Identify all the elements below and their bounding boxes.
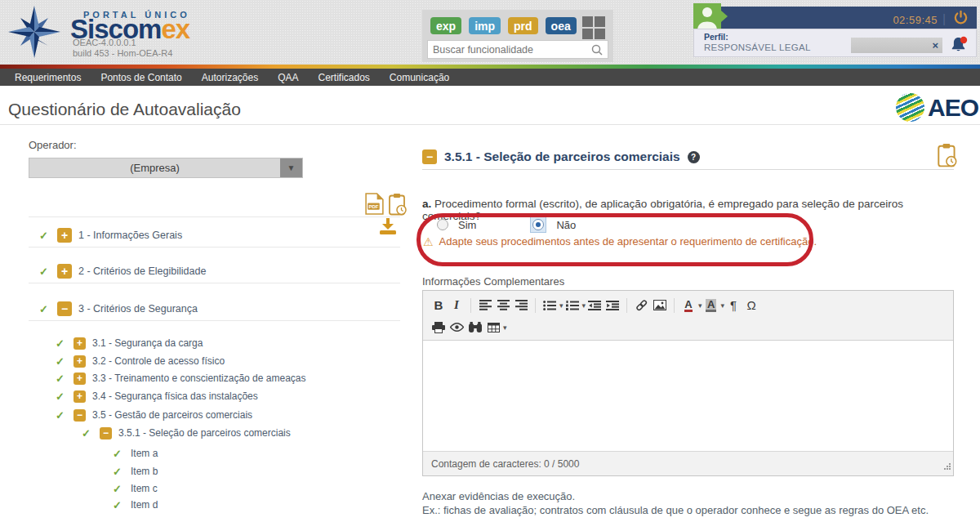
tree-item-label[interactable]: Item d [131, 499, 158, 511]
bullet-list-icon[interactable] [541, 296, 559, 315]
tree-item-label[interactable]: Item c [131, 483, 158, 494]
tree-item-1[interactable]: ✓ + 1 - Informações Gerais [39, 228, 182, 243]
tree-item-label[interactable]: Item b [131, 466, 158, 477]
history-clipboard-icon[interactable] [937, 143, 958, 171]
notifications-bell-icon[interactable] [949, 35, 969, 58]
indent-icon[interactable] [604, 296, 621, 315]
export-pdf-icon[interactable]: PDF [365, 193, 384, 219]
tree-item-3-2[interactable]: ✓ + 3.2 - Controle de acesso físico [56, 354, 225, 368]
tree-item-label[interactable]: 3.5 - Gestão de parceiros comerciais [92, 409, 252, 421]
badge-prd[interactable]: prd [508, 17, 538, 34]
radio-nao[interactable] [532, 219, 544, 230]
tree-item-c[interactable]: ✓ Item c [113, 481, 158, 496]
align-center-icon[interactable] [494, 296, 512, 315]
tree-item-b[interactable]: ✓ Item b [113, 464, 158, 479]
check-icon: ✓ [113, 483, 124, 495]
bold-button[interactable]: B [430, 296, 448, 315]
sidebar-tools: PDF [365, 193, 408, 219]
minus-icon[interactable]: − [100, 427, 112, 439]
tree-item-2[interactable]: ✓ + 2 - Critérios de Elegibilidade [39, 264, 206, 279]
plus-icon[interactable]: + [74, 390, 86, 403]
nav-autorizacoes[interactable]: Autorizações [194, 72, 265, 83]
operator-select[interactable]: (Empresa) ▼ [29, 158, 303, 178]
align-left-icon[interactable] [476, 296, 494, 315]
link-icon[interactable] [632, 296, 651, 315]
history-clipboard-icon[interactable] [388, 193, 408, 219]
italic-button[interactable]: I [448, 296, 466, 315]
tree-item-label[interactable]: 2 - Critérios de Elegibilidade [78, 265, 206, 277]
tree-item-3-1[interactable]: ✓ + 3.1 - Segurança da carga [56, 336, 203, 350]
nav-comunicacao[interactable]: Comunicação [382, 72, 457, 83]
tree-item-label[interactable]: 1 - Informações Gerais [78, 230, 182, 241]
check-icon: ✓ [56, 409, 67, 422]
tree-item-3-5-1[interactable]: ✓ − 3.5.1 - Seleção de parceiros comerci… [82, 426, 291, 440]
tree-item-label[interactable]: 3.5.1 - Seleção de parceiros comerciais [118, 427, 291, 439]
tree-divider [29, 247, 400, 248]
tree-item-a[interactable]: ✓ Item a [113, 446, 158, 461]
radio-sim-label[interactable]: Sim [458, 219, 476, 231]
align-right-icon[interactable] [512, 296, 530, 315]
plus-icon[interactable]: + [74, 373, 86, 385]
minus-icon[interactable]: − [57, 301, 72, 316]
tree-item-d[interactable]: ✓ Item d [113, 497, 158, 512]
editor-toolbar: B I ▾ ▾ A ▾ A ▾ ¶ [423, 291, 953, 341]
download-icon[interactable] [377, 217, 399, 239]
background-color-button[interactable]: A [702, 296, 720, 315]
badge-exp[interactable]: exp [430, 17, 461, 34]
plus-icon[interactable]: + [57, 264, 72, 279]
minus-icon[interactable]: − [74, 409, 86, 422]
tree-item-label[interactable]: Item a [131, 448, 158, 459]
profile-value: RESPONSÁVEL LEGAL [704, 42, 811, 52]
radio-sim[interactable] [437, 219, 448, 230]
editor-text-area[interactable] [423, 341, 953, 451]
tree-item-label[interactable]: 3.4 - Segurança física das instalações [92, 390, 258, 402]
attach-instructions: Anexar evidências de execução. [422, 490, 575, 502]
badge-imp[interactable]: imp [469, 17, 501, 34]
tree-item-label[interactable]: 3.3 - Treinamento e conscientização de a… [92, 373, 305, 384]
tree-item-3-3[interactable]: ✓ + 3.3 - Treinamento e conscientização … [56, 371, 305, 386]
apps-grid-icon[interactable] [582, 16, 605, 39]
close-icon[interactable]: × [932, 39, 938, 51]
tree-item-label[interactable]: 3.2 - Controle de acesso físico [92, 355, 225, 367]
chevron-down-icon[interactable]: ▾ [503, 323, 507, 332]
radio-nao-label[interactable]: Não [556, 219, 576, 231]
preview-eye-icon[interactable] [448, 318, 466, 337]
text-color-button[interactable]: A [679, 296, 697, 315]
tree-item-label[interactable]: 3.1 - Segurança da carga [92, 337, 203, 349]
nav-qaa[interactable]: QAA [270, 72, 305, 83]
tree-item-3[interactable]: ✓ − 3 - Critérios de Segurança [39, 301, 198, 316]
badge-oea[interactable]: oea [546, 17, 577, 34]
outdent-icon[interactable] [586, 296, 604, 315]
minus-icon[interactable]: − [422, 149, 437, 164]
paragraph-button[interactable]: ¶ [724, 296, 742, 315]
profile-label: Perfil: [704, 32, 728, 42]
special-char-button[interactable]: Ω [742, 296, 760, 315]
avatar[interactable] [693, 3, 721, 30]
help-icon[interactable]: ? [688, 151, 700, 163]
find-binoculars-icon[interactable] [466, 318, 484, 337]
plus-icon[interactable]: + [57, 228, 72, 243]
numbered-list-icon[interactable] [564, 296, 581, 315]
resize-grip[interactable] [943, 459, 951, 474]
tree-item-3-5[interactable]: ✓ − 3.5 - Gestão de parceiros comerciais [56, 408, 252, 422]
search-icon[interactable] [591, 44, 603, 56]
tree-item-label[interactable]: 3 - Critérios de Segurança [78, 303, 198, 315]
plus-icon[interactable]: + [74, 355, 86, 368]
tree-item-3-4[interactable]: ✓ + 3.4 - Segurança física das instalaçõ… [56, 389, 258, 404]
profile-panel: Perfil: RESPONSÁVEL LEGAL × [693, 29, 977, 57]
image-icon[interactable] [651, 296, 669, 315]
check-icon: ✓ [82, 427, 93, 439]
nav-requerimentos[interactable]: Requerimentos [7, 72, 88, 83]
app-header: PORTAL ÚNICO Siscomex OEAC-4.0.0.0.1 bui… [0, 0, 980, 65]
table-icon[interactable] [484, 318, 502, 337]
plus-icon[interactable]: + [74, 337, 86, 350]
search-input[interactable] [428, 44, 591, 56]
editor-label: Informações Complementares [422, 275, 564, 288]
logout-power-icon[interactable] [953, 10, 969, 29]
print-icon[interactable] [430, 318, 448, 337]
chevron-down-icon[interactable]: ▼ [280, 158, 302, 177]
session-bar: 02:59:45 | [719, 7, 977, 29]
section-header: − 3.5.1 - Seleção de parceiros comerciai… [422, 149, 700, 164]
nav-pontos-de-contato[interactable]: Pontos de Contato [93, 72, 189, 83]
nav-certificados[interactable]: Certificados [311, 72, 377, 83]
